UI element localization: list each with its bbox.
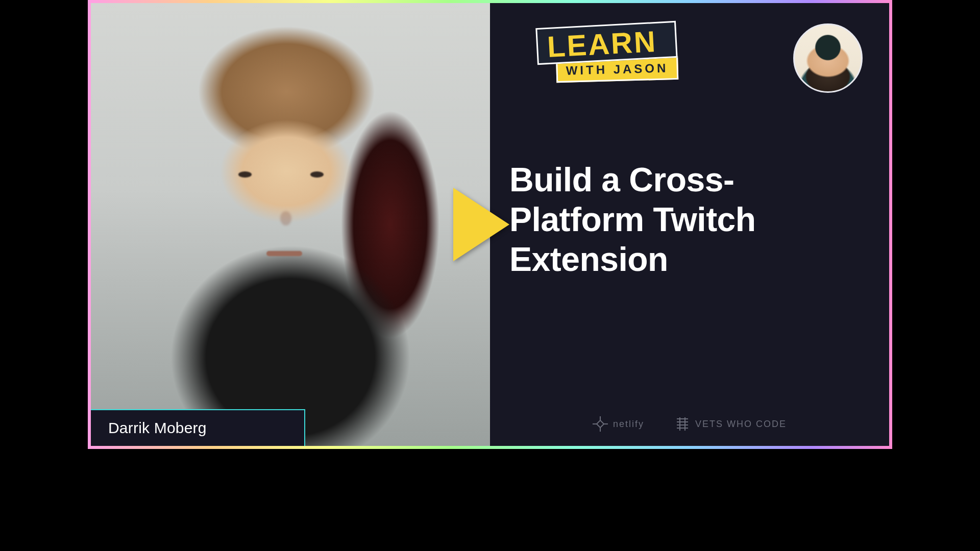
show-logo: LEARN WITH JASON <box>535 21 678 85</box>
show-logo-top-text: LEARN <box>547 26 667 62</box>
decorative-face-nose <box>280 211 291 226</box>
sponsor-netlify: netlify <box>593 416 644 432</box>
sponsor-vets-who-code: VETS WHO CODE <box>675 417 787 431</box>
host-avatar <box>793 23 863 93</box>
sponsor-label: netlify <box>613 419 644 430</box>
svg-rect-4 <box>597 420 604 428</box>
sponsor-row: netlify <box>490 416 889 432</box>
guest-name-label: Darrik Moberg <box>91 409 305 446</box>
guest-video-panel: Darrik Moberg <box>91 3 490 446</box>
gradient-border: Darrik Moberg LEARN WITH JASON Build a C… <box>88 0 892 449</box>
decorative-face-eye <box>310 171 324 178</box>
flag-hash-icon <box>675 417 690 431</box>
play-button[interactable] <box>453 188 509 261</box>
decorative-face-mouth <box>266 251 302 256</box>
show-logo-top: LEARN <box>535 21 677 65</box>
decorative-face-eye <box>238 171 252 178</box>
episode-title: Build a Cross-Platform Twitch Extension <box>509 160 859 280</box>
guest-photo <box>91 3 490 446</box>
title-card-panel: LEARN WITH JASON Build a Cross-Platform … <box>490 3 889 446</box>
netlify-icon <box>593 416 608 432</box>
sponsor-label: VETS WHO CODE <box>695 419 787 430</box>
